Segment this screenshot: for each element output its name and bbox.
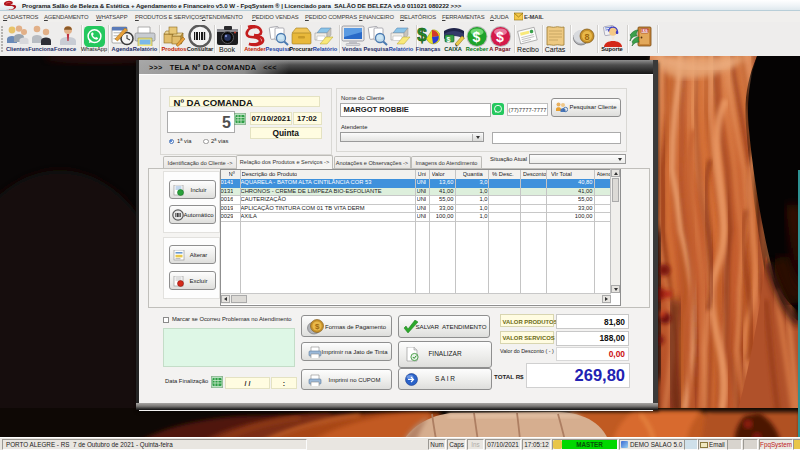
svg-text:$: $ [315, 322, 320, 331]
svg-text:$: $ [496, 29, 504, 45]
svg-text:8: 8 [585, 32, 590, 42]
svg-text:$: $ [417, 25, 427, 45]
svg-text:EXIT: EXIT [642, 29, 649, 33]
svg-text:$: $ [473, 29, 481, 45]
svg-text:$: $ [447, 36, 451, 44]
